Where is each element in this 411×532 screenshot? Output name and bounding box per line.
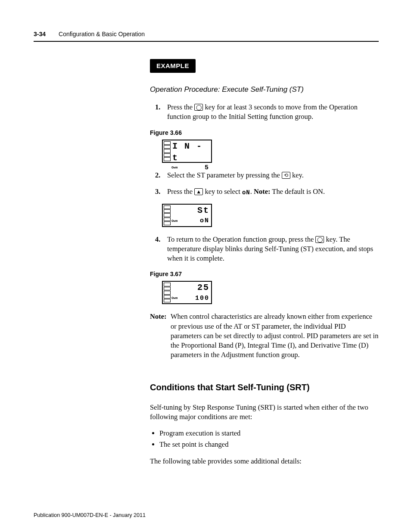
page-number: 3-34 (34, 30, 46, 38)
lcd-box (164, 295, 171, 299)
step-text: key to select (203, 187, 242, 196)
example-tag: EXAMPLE (150, 59, 196, 73)
body-paragraph: Self-tuning by Step Response Tuning (SRT… (150, 403, 379, 422)
section-heading: Conditions that Start Self-Tuning (SRT) (150, 382, 379, 393)
owm-label: Owm (171, 219, 177, 224)
step-text: To return to the Operation function grou… (167, 235, 315, 243)
lcd-box (164, 149, 171, 152)
lcd-box (164, 287, 171, 290)
step-3: 3. Press the ▲ key to select oN. Note: T… (155, 187, 379, 197)
figure-label: Figure 3.66 (150, 129, 379, 137)
lcd-value: 100 (195, 294, 209, 303)
lcd-box (164, 283, 171, 286)
segment-text: oN (242, 189, 250, 196)
lcd-right: St OwmoN (172, 205, 209, 226)
step-text: key. (290, 171, 304, 179)
lcd-right: I N - t Owm5 (172, 140, 209, 162)
lcd-sidebar (164, 141, 171, 161)
step-list: 1. Press the ◯ key for at least 3 second… (150, 103, 379, 122)
lcd-right: 25 Owm100 (172, 282, 209, 303)
lcd-sidebar (164, 205, 171, 225)
step-4: 4. To return to the Operation function g… (155, 235, 379, 264)
inline-note-label: Note: (254, 187, 270, 196)
lcd-top-row: St (172, 205, 209, 216)
lcd-box (164, 153, 171, 157)
procedure-title: Operation Procedure: Execute Self-Tuning… (150, 85, 379, 95)
lcd-box (164, 205, 171, 209)
lcd-display: 25 Owm100 (162, 281, 212, 304)
note-body: When control characteristics are already… (171, 312, 379, 360)
footer: Publication 900-UM007D-EN-E - January 20… (34, 512, 146, 519)
content: EXAMPLE Operation Procedure: Execute Sel… (150, 59, 379, 466)
body-paragraph: The following table provides some additi… (150, 457, 379, 466)
step-text: The default is ON. (271, 187, 325, 196)
lcd-display: St OwmoN (162, 204, 212, 227)
lcd-box (164, 145, 171, 149)
lcd-box (164, 157, 171, 161)
page: 3-34 Configuration & Basic Operation EXA… (0, 0, 411, 532)
cycle-key-icon: ⟲ (282, 172, 290, 179)
page-header: 3-34 Configuration & Basic Operation (34, 30, 379, 42)
owm-label: Owm (171, 165, 177, 170)
bullet-item: The set point is changed (159, 440, 379, 449)
up-key-icon: ▲ (194, 188, 203, 195)
bullet-list: Program execution is started The set poi… (159, 429, 379, 450)
step-text: Press the (167, 187, 194, 196)
step-text: Press the (167, 103, 194, 111)
step-list: 2. Select the ST parameter by pressing t… (150, 171, 379, 197)
lcd-display: I N - t Owm5 (162, 140, 212, 163)
note-block: Note: When control characteristics are a… (150, 312, 379, 360)
lcd-sidebar (164, 283, 171, 302)
figure-label: Figure 3.67 (150, 270, 379, 278)
lcd-box (164, 218, 171, 221)
step-text: Select the ST parameter by pressing the (167, 171, 282, 179)
step-2: 2. Select the ST parameter by pressing t… (155, 171, 379, 180)
owm-label: Owm (171, 296, 177, 301)
bullet-item: Program execution is started (159, 429, 379, 438)
step-number: 1. (155, 103, 160, 112)
lcd-box (164, 221, 171, 225)
lcd-bottom-row: Owm100 (172, 293, 209, 303)
step-number: 4. (155, 235, 160, 244)
lcd-box (164, 213, 171, 217)
step-1: 1. Press the ◯ key for at least 3 second… (155, 103, 379, 122)
lcd-top-row: I N - t (172, 140, 209, 164)
step-number: 3. (155, 187, 160, 196)
step-number: 2. (155, 171, 160, 180)
lcd-box (164, 299, 171, 302)
step-list: 4. To return to the Operation function g… (150, 235, 379, 264)
lcd-box (164, 209, 171, 213)
circle-key-icon: ◯ (194, 104, 203, 111)
lcd-top-row: 25 (172, 282, 209, 293)
chapter-title: Configuration & Basic Operation (59, 30, 145, 38)
circle-key-icon: ◯ (315, 236, 324, 243)
step-text: . (250, 187, 254, 196)
lcd-value: oN (200, 217, 209, 225)
lcd-box (164, 291, 171, 294)
lcd-box (164, 141, 171, 145)
lcd-bottom-row: OwmoN (172, 216, 209, 226)
note-label: Note: (150, 312, 171, 360)
